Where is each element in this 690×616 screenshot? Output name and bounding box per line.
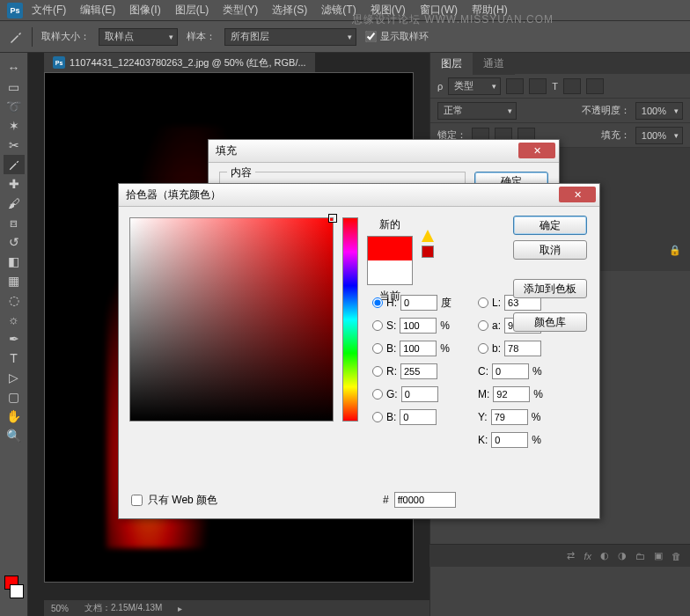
blend-mode-select[interactable]: 正常 (437, 102, 517, 120)
tool-wand[interactable]: ✶ (4, 116, 25, 136)
app-logo: Ps (7, 3, 23, 18)
tool-eyedropper[interactable] (4, 155, 25, 174)
gamut-swatch[interactable] (422, 246, 434, 258)
dialog-fill-title[interactable]: 填充 ✕ (209, 140, 559, 163)
filter-smart-icon[interactable] (586, 78, 604, 94)
tool-type[interactable]: T (4, 348, 25, 368)
layer-fx-icon[interactable]: fx (584, 551, 591, 561)
menu-type[interactable]: 类型(Y) (217, 1, 263, 19)
tool-brush[interactable]: 🖌 (4, 194, 25, 213)
tool-pen[interactable]: ✒ (4, 329, 25, 348)
lock-icon: 🔒 (669, 245, 681, 256)
menu-edit[interactable]: 编辑(E) (75, 1, 121, 19)
tab-layers[interactable]: 图层 (430, 53, 473, 75)
radio-b[interactable] (372, 343, 383, 354)
menu-select[interactable]: 选择(S) (267, 1, 312, 19)
m-input[interactable] (493, 386, 530, 402)
s-input[interactable] (400, 318, 437, 334)
show-ring-input[interactable] (365, 31, 377, 42)
tool-history-brush[interactable]: ↺ (4, 232, 25, 252)
link-layers-icon[interactable]: ⇄ (567, 550, 575, 561)
sample-label: 样本： (187, 30, 216, 43)
tab-channels[interactable]: 通道 (473, 53, 515, 75)
sample-size-select[interactable]: 取样点 (99, 28, 178, 46)
tool-lasso[interactable]: ➰ (4, 97, 25, 116)
new-layer-icon[interactable]: ▣ (654, 550, 663, 561)
picker-ok-button[interactable]: 确定 (513, 216, 587, 235)
opacity-value[interactable]: 100% (635, 102, 683, 120)
dialog-picker-title[interactable]: 拾色器（填充颜色） ✕ (119, 184, 599, 207)
trash-icon[interactable]: 🗑 (672, 551, 681, 561)
close-icon[interactable]: ✕ (559, 187, 596, 202)
radio-r[interactable] (372, 366, 383, 377)
saturation-value-field[interactable] (129, 217, 334, 422)
show-ring-checkbox[interactable]: 显示取样环 (365, 30, 429, 43)
tool-gradient[interactable]: ▦ (4, 271, 25, 290)
fill-label: 填充： (601, 128, 630, 142)
content-legend: 内容 (227, 165, 255, 180)
tool-heal[interactable]: ✚ (4, 174, 25, 194)
new-label: 新的 (379, 217, 400, 232)
background-swatch[interactable] (10, 584, 24, 598)
watermark-top: 思缘设计论坛 WWW.MISSYUAN.COM (352, 12, 554, 27)
bv-input[interactable] (400, 409, 437, 425)
sv-selector[interactable] (329, 215, 336, 222)
r-input[interactable] (400, 363, 437, 379)
radio-b2[interactable] (478, 343, 488, 354)
tool-dodge[interactable]: ☼ (4, 310, 25, 329)
web-only-input[interactable] (131, 495, 143, 506)
c-input[interactable] (492, 363, 529, 379)
b2-input[interactable] (504, 341, 541, 356)
tool-eraser[interactable]: ◧ (4, 252, 25, 271)
filter-shape-icon[interactable] (563, 78, 581, 94)
y-input[interactable] (491, 409, 528, 425)
tool-marquee[interactable]: ▭ (4, 77, 25, 97)
fill-value[interactable]: 100% (635, 127, 683, 144)
opacity-label: 不透明度： (582, 104, 630, 117)
tool-path-select[interactable]: ▷ (4, 368, 25, 387)
radio-bv[interactable] (372, 412, 383, 422)
filter-adjust-icon[interactable] (529, 78, 547, 94)
group-icon[interactable]: 🗀 (635, 551, 645, 561)
tool-zoom[interactable]: 🔍 (4, 426, 25, 445)
hue-slider[interactable] (342, 217, 358, 422)
tool-move[interactable]: ↔ (4, 58, 25, 77)
menu-layer[interactable]: 图层(L) (170, 1, 215, 19)
tool-crop[interactable]: ✂ (4, 136, 25, 155)
close-icon[interactable]: ✕ (518, 143, 555, 158)
zoom-value[interactable]: 50% (51, 604, 69, 613)
menu-image[interactable]: 图像(I) (124, 1, 165, 19)
filesize-value: 文档：2.15M/4.13M (84, 602, 162, 614)
sample-layers-select[interactable]: 所有图层 (224, 28, 356, 46)
radio-h[interactable] (372, 297, 383, 308)
radio-s[interactable] (372, 320, 383, 331)
document-tab[interactable]: Ps 11074431_122403780263_2.jpg @ 50% (红色… (44, 53, 315, 72)
layer-kind-select[interactable]: 类型 (448, 77, 501, 95)
tool-blur[interactable]: ◌ (4, 290, 25, 310)
toolbox: ↔ ▭ ➰ ✶ ✂ ✚ 🖌 ⧈ ↺ ◧ ▦ ◌ ☼ ✒ T ▷ ▢ ✋ 🔍 (0, 53, 28, 616)
layer-mask-icon[interactable]: ◐ (600, 550, 609, 561)
picker-cancel-button[interactable]: 取消 (513, 240, 587, 260)
adjustment-layer-icon[interactable]: ◑ (618, 550, 627, 561)
filter-pixel-icon[interactable] (506, 78, 524, 94)
gamut-warning-icon[interactable] (422, 230, 434, 242)
tool-hand[interactable]: ✋ (4, 407, 25, 426)
web-only-checkbox[interactable]: 只有 Web 颜色 (131, 493, 217, 508)
tool-stamp[interactable]: ⧈ (4, 213, 25, 232)
g-input[interactable] (401, 386, 438, 402)
sample-size-label: 取样大小： (41, 30, 90, 43)
add-swatch-button[interactable]: 添加到色板 (513, 279, 587, 298)
radio-g[interactable] (372, 389, 383, 400)
b-input[interactable] (400, 341, 437, 356)
status-bar: 50% 文档：2.15M/4.13M ▸ (44, 600, 429, 616)
tool-shape[interactable]: ▢ (4, 387, 25, 407)
menu-file[interactable]: 文件(F) (26, 1, 71, 19)
color-lib-button[interactable]: 颜色库 (513, 312, 587, 332)
hex-input[interactable] (394, 492, 456, 508)
tool-preset-icon[interactable] (9, 30, 23, 44)
status-chevron-icon[interactable]: ▸ (178, 604, 182, 613)
radio-l[interactable] (478, 297, 488, 308)
h-input[interactable] (400, 295, 437, 311)
radio-a[interactable] (478, 320, 488, 331)
k-input[interactable] (491, 432, 528, 448)
